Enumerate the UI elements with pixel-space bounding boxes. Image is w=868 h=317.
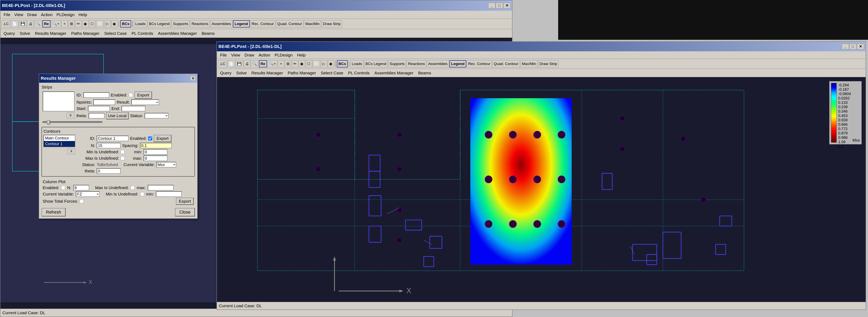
toolbar-icon7[interactable]: ⊞ <box>68 20 75 27</box>
toolbar-icon5[interactable]: 🔍+ <box>51 20 61 27</box>
menu-action[interactable]: Action <box>39 11 55 18</box>
inner-close-btn[interactable]: ✕ <box>857 44 864 49</box>
col-curvar-select[interactable]: FZ <box>76 191 100 197</box>
contours-list-area[interactable]: Main Contour Contour 1 <box>43 135 75 147</box>
contours-curvar-select[interactable]: Mxx <box>156 162 176 168</box>
inner-restore-btn[interactable]: □ <box>849 44 857 49</box>
toolbar-legend-btn[interactable]: Legend <box>233 20 250 27</box>
menu-help[interactable]: Help <box>76 11 89 18</box>
inner-menu-help[interactable]: Help <box>295 52 308 58</box>
col-min-input[interactable] <box>156 191 182 197</box>
strips-start-input[interactable] <box>88 106 110 111</box>
inner-assemblies-manager-btn[interactable]: Assemblies Manager <box>372 70 415 76</box>
toolbar-icon12[interactable]: ▷ <box>104 20 111 27</box>
inner-tb-icon13[interactable]: ◉ <box>328 60 334 67</box>
toolbar-reactions-btn[interactable]: Reactions <box>190 20 210 27</box>
inner-beams-btn[interactable]: Beams <box>416 70 433 76</box>
toolbar-quad-contour-btn[interactable]: Quad. Contour <box>276 20 304 27</box>
menu-file[interactable]: File <box>2 11 12 18</box>
toolbar-icon6[interactable]: + <box>61 20 68 27</box>
main-restore-btn[interactable]: □ <box>496 3 503 8</box>
inner-minimize-btn[interactable]: _ <box>842 44 849 49</box>
toolbar-assemblies-btn[interactable]: Assemblies <box>210 20 232 27</box>
inner-query-btn[interactable]: Query <box>218 70 234 76</box>
col-enabled-checkbox[interactable] <box>61 186 65 190</box>
toolbar-bcs-legend-btn[interactable]: BCs Legend <box>148 20 171 27</box>
query-btn[interactable]: Query <box>2 30 17 37</box>
toolbar-icon9[interactable]: ◉ <box>82 20 89 27</box>
toolbar-loads-btn[interactable]: Loads <box>134 20 147 27</box>
strips-result-select[interactable] <box>131 99 159 105</box>
inner-tb-bcs-legend[interactable]: BCs Legend <box>364 60 388 67</box>
col-n-input[interactable] <box>73 185 89 191</box>
menu-view[interactable]: View <box>12 11 25 18</box>
col-max-input[interactable] <box>148 185 174 191</box>
inner-pl-controls-btn[interactable]: PL Controls <box>346 70 372 76</box>
inner-tb-icon5[interactable]: 🔍+ <box>268 60 277 67</box>
inner-tb-icon6[interactable]: + <box>278 60 284 67</box>
contours-spacing-input[interactable] <box>140 143 172 148</box>
inner-menu-pldesign[interactable]: PLDesign <box>273 52 294 58</box>
toolbar-icon2[interactable]: 💾 <box>19 20 27 27</box>
col-show-forces-checkbox[interactable] <box>80 199 84 203</box>
contour-item-main[interactable]: Main Contour <box>44 135 75 141</box>
contours-export-btn[interactable]: Export <box>154 135 172 142</box>
contours-max-input[interactable] <box>144 155 167 161</box>
inner-tb-supports[interactable]: Supports <box>388 60 406 67</box>
inner-tb-icon4[interactable]: 🔍 <box>251 60 258 67</box>
inner-tb-quad-contour[interactable]: Quad. Contour <box>492 60 520 67</box>
contours-enabled-checkbox[interactable] <box>148 137 152 140</box>
contours-n-input[interactable] <box>97 143 121 148</box>
inner-tb-draw-strip[interactable]: Draw Strip <box>538 60 559 67</box>
inner-tb-icon10[interactable]: ⬡ <box>306 60 312 67</box>
strips-delete-btn[interactable]: X <box>66 113 74 118</box>
contour-item-1[interactable]: Contour 1 <box>44 141 75 147</box>
select-case-btn[interactable]: Select Case <box>102 30 129 37</box>
contours-min-input[interactable] <box>144 149 167 155</box>
inner-tb-legend[interactable]: Legend <box>450 60 466 67</box>
inner-tb-icon3[interactable]: 🖨 <box>244 60 250 67</box>
toolbar-icon10[interactable]: ⬡ <box>89 20 96 27</box>
assemblies-manager-btn[interactable]: Assemblies Manager <box>156 30 199 37</box>
strips-npoints-input[interactable] <box>93 99 115 105</box>
strips-enabled-checkbox[interactable] <box>129 93 133 97</box>
strips-id-input[interactable] <box>84 92 109 98</box>
strips-slider-track[interactable] <box>43 121 102 123</box>
toolbar-re-btn[interactable]: Re <box>42 20 51 27</box>
inner-tb-maxmin[interactable]: Max/Min <box>520 60 537 67</box>
toolbar-icon3[interactable]: 🖨 <box>27 20 34 27</box>
inner-toolbar-re[interactable]: Re <box>259 60 267 67</box>
toolbar-icon8[interactable]: ✏ <box>75 20 82 27</box>
contours-id-input[interactable] <box>97 136 128 141</box>
inner-solve-btn[interactable]: Solve <box>234 70 249 76</box>
inner-tb-icon7[interactable]: ⊞ <box>285 60 291 67</box>
toolbar-icon13[interactable]: ◉ <box>111 20 118 27</box>
menu-draw[interactable]: Draw <box>25 11 39 18</box>
inner-toolbar-lc[interactable]: .LC <box>218 60 227 67</box>
inner-tb-icon2[interactable]: 💾 <box>236 60 243 67</box>
col-max-undef-checkbox[interactable] <box>131 186 135 190</box>
contours-theta-input[interactable] <box>97 168 121 174</box>
strips-theta-input[interactable] <box>89 113 104 118</box>
toolbar-supports-btn[interactable]: Supports <box>172 20 189 27</box>
inner-menu-draw[interactable]: Draw <box>243 52 256 58</box>
toolbar-maxmin-btn[interactable]: Max/Min <box>304 20 321 27</box>
contours-max-undef-checkbox[interactable] <box>121 156 125 160</box>
col-min-undef-checkbox[interactable] <box>140 192 144 196</box>
strips-use-local-btn[interactable]: Use Local <box>106 112 128 119</box>
inner-select-case-btn[interactable]: Select Case <box>319 70 345 76</box>
strips-slider-thumb[interactable] <box>47 120 50 124</box>
inner-tb-rec-contour[interactable]: Rec. Contour <box>467 60 492 67</box>
toolbar-lc-btn[interactable]: .LC <box>2 20 10 27</box>
strips-status-select[interactable] <box>145 113 168 118</box>
inner-toolbar-bcs[interactable]: BCs <box>337 60 348 67</box>
menu-pldesign[interactable]: PLDesign <box>55 11 76 18</box>
toolbar-icon1[interactable]: 📄 <box>11 20 19 27</box>
inner-tb-icon11[interactable]: ⬜ <box>313 60 320 67</box>
contours-delete-btn[interactable]: X <box>67 148 75 154</box>
pl-controls-btn[interactable]: PL Controls <box>129 30 155 37</box>
main-minimize-btn[interactable]: _ <box>488 3 495 8</box>
beams-btn[interactable]: Beams <box>199 30 217 37</box>
toolbar-rec-contour-btn[interactable]: Rec. Contour <box>250 20 275 27</box>
toolbar-draw-strip-btn[interactable]: Draw Strip <box>321 20 342 27</box>
